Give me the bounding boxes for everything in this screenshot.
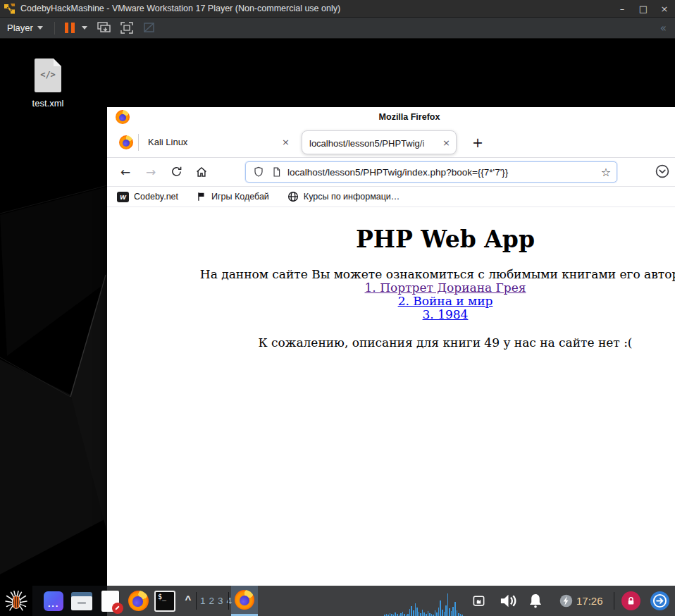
- back-button[interactable]: ←: [117, 164, 134, 180]
- file-manager-icon: [71, 592, 92, 610]
- xml-file-icon: </>: [35, 58, 61, 92]
- vmware-window-title: CodebyHackMashine - VMware Workstation 1…: [20, 4, 612, 13]
- app-launcher-appfinder[interactable]: [42, 590, 65, 612]
- code-glyph: </>: [35, 70, 61, 80]
- flag-icon: [197, 191, 206, 202]
- home-icon[interactable]: [193, 164, 210, 180]
- firefox-titlebar[interactable]: Mozilla Firefox: [107, 107, 675, 127]
- taskbar-divider: [228, 592, 229, 610]
- tab-bar: Kali Linux × localhost/lesson5/PHPTwig/i…: [107, 127, 675, 158]
- bookmark-label: Игры Кодебай: [211, 192, 269, 202]
- firefox-icon: [128, 591, 149, 611]
- firefox-icon: [235, 590, 254, 610]
- power-manager-icon[interactable]: [557, 586, 575, 616]
- url-bar[interactable]: localhost/lesson5/PHPTwig/index.php?book…: [245, 161, 617, 183]
- bookmark-games[interactable]: Игры Кодебай: [197, 191, 269, 202]
- chevron-down-icon: [37, 26, 43, 30]
- unity-mode-icon-disabled: [143, 22, 156, 34]
- page-info-icon[interactable]: [271, 166, 282, 178]
- network-monitor-graph: [384, 591, 463, 616]
- pinned-firefox-tab-icon[interactable]: [119, 135, 133, 149]
- globe-icon: [287, 191, 299, 202]
- collapse-toolbar-icon[interactable]: «: [660, 22, 667, 35]
- player-menu-label: Player: [7, 23, 33, 33]
- book-link-3[interactable]: 3. 1984: [107, 308, 675, 321]
- notifications-bell-icon[interactable]: [524, 586, 547, 616]
- bookmark-label: Курсы по информаци…: [304, 192, 400, 202]
- file-label: test.xml: [21, 98, 75, 109]
- workspace-2[interactable]: 2: [209, 596, 215, 606]
- not-found-message: К сожалению, описания для книги 49 у нас…: [107, 335, 675, 350]
- screen-lock-icon[interactable]: [621, 591, 640, 610]
- taskbar-window-firefox-active[interactable]: [231, 586, 258, 616]
- app-launcher-terminal[interactable]: $_: [154, 590, 176, 612]
- toolbar-divider: [54, 22, 55, 35]
- close-tab-icon[interactable]: ×: [442, 137, 450, 148]
- codeby-icon: w: [117, 192, 129, 202]
- terminal-icon: $_: [154, 591, 175, 612]
- clock[interactable]: 17:26: [576, 586, 603, 616]
- taskbar-divider: [196, 592, 197, 610]
- network-tray-icon[interactable]: [469, 586, 488, 616]
- send-ctrl-alt-del-icon[interactable]: [97, 22, 111, 34]
- suspend-options-chevron-icon[interactable]: [82, 26, 87, 30]
- book-link-1[interactable]: 1. Портрет Дориана Грея: [107, 281, 675, 295]
- bookmark-codeby[interactable]: w Codeby.net: [117, 192, 178, 202]
- taskbar-divider: [614, 592, 614, 610]
- tracking-protection-shield-icon[interactable]: [253, 166, 264, 178]
- vmware-titlebar: CodebyHackMashine - VMware Workstation 1…: [0, 0, 675, 18]
- workspace-1[interactable]: 1: [200, 596, 206, 606]
- vmware-player-icon: [4, 3, 16, 15]
- bookmarks-toolbar: w Codeby.net Игры Кодебай Курсы по инфор…: [107, 187, 675, 207]
- vmware-toolbar: Player «: [0, 18, 675, 39]
- bookmark-courses[interactable]: Курсы по информаци…: [287, 191, 400, 202]
- close-button[interactable]: ×: [654, 0, 675, 18]
- firefox-window: Mozilla Firefox Kali Linux × localhost/l…: [107, 107, 675, 616]
- app-launcher-firefox[interactable]: [127, 590, 149, 612]
- bookmark-star-icon[interactable]: ☆: [601, 166, 611, 179]
- book-link-2[interactable]: 2. Война и мир: [107, 295, 675, 308]
- tab-kali-linux[interactable]: Kali Linux: [148, 137, 187, 147]
- workspace-switcher[interactable]: 1 2 3 4: [200, 586, 232, 616]
- app-launcher-editor[interactable]: [99, 590, 121, 612]
- page-title: PHP Web App: [107, 226, 675, 253]
- fullscreen-icon[interactable]: [120, 22, 133, 34]
- text-editor-icon: [101, 591, 119, 612]
- logout-session-icon[interactable]: [650, 591, 669, 610]
- panel-expand-chevron-icon[interactable]: ^: [180, 586, 196, 616]
- forward-button-disabled: →: [142, 164, 159, 180]
- app-launcher-files[interactable]: [70, 590, 93, 612]
- firefox-logo-icon: [116, 110, 130, 124]
- screen: CodebyHackMashine - VMware Workstation 1…: [0, 0, 675, 616]
- app-finder-icon: [44, 591, 63, 611]
- taskbar: $_ ^ 1 2 3 4 17:26: [0, 586, 675, 616]
- tab-divider: [138, 134, 139, 151]
- pocket-icon[interactable]: [655, 164, 670, 182]
- reload-icon[interactable]: [168, 164, 185, 180]
- suspend-vm-button[interactable]: [62, 23, 78, 33]
- maximize-button[interactable]: □: [633, 0, 654, 18]
- active-tab-label: localhost/lesson5/PHPTwig/i: [309, 138, 424, 149]
- workspace-3[interactable]: 3: [218, 596, 223, 606]
- new-tab-button[interactable]: +: [468, 133, 488, 152]
- url-text[interactable]: localhost/lesson5/PHPTwig/index.php?book…: [287, 167, 601, 178]
- tab-localhost-active[interactable]: localhost/lesson5/PHPTwig/i ×: [302, 130, 457, 154]
- firefox-window-title: Mozilla Firefox: [379, 107, 440, 127]
- bookmark-label: Codeby.net: [134, 192, 178, 202]
- pencil-badge-icon: [112, 603, 123, 614]
- navigation-toolbar: ← → localhost/lesson5/PHPTwig/index.php?…: [107, 158, 675, 187]
- close-tab-icon[interactable]: ×: [282, 137, 290, 147]
- kali-dragon-icon: [3, 589, 30, 614]
- applications-menu-button[interactable]: [0, 586, 32, 616]
- intro-text: На данном сайте Вы можете ознакомиться с…: [107, 268, 675, 281]
- desktop-file-test-xml[interactable]: </> test.xml: [21, 58, 75, 109]
- player-menu-button[interactable]: Player: [0, 23, 47, 33]
- page-content: PHP Web App На данном сайте Вы можете оз…: [107, 207, 675, 616]
- volume-tray-icon[interactable]: [496, 586, 520, 616]
- minimize-button[interactable]: –: [612, 0, 633, 18]
